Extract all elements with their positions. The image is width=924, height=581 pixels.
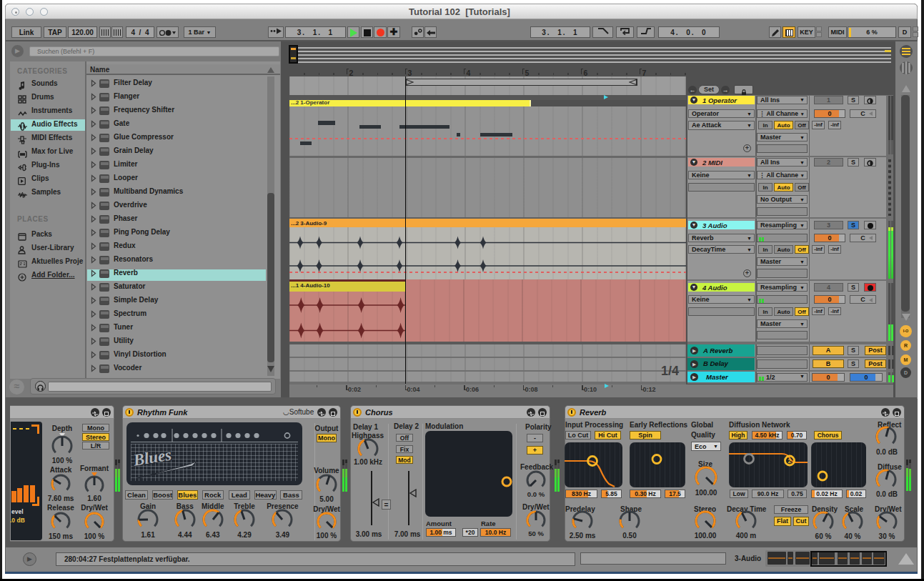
svg-text:2: 2 — [788, 457, 791, 465]
